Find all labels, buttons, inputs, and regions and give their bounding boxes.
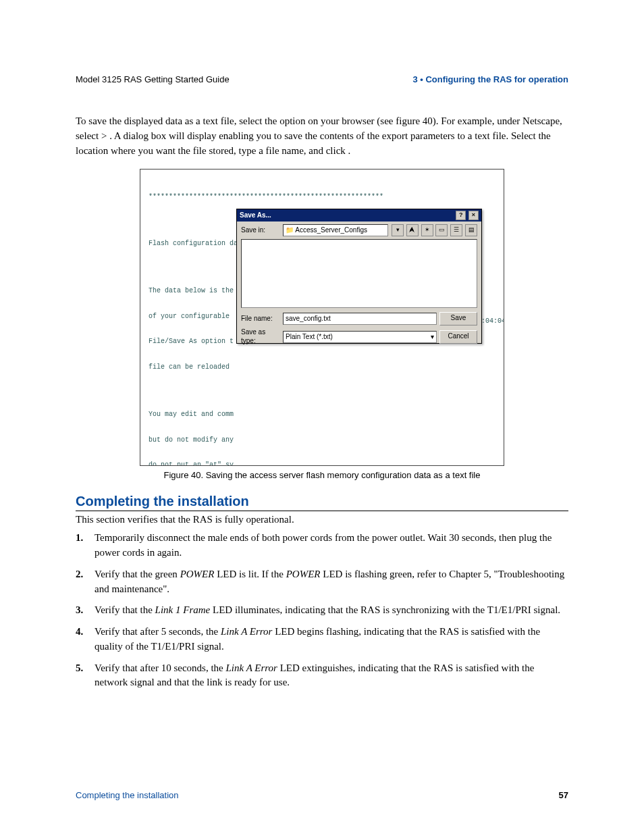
stars: ****************************************… xyxy=(149,193,495,202)
intro-text: . A dialog box will display enabling you… xyxy=(109,130,408,141)
figure-caption: Figure 40. Saving the access server flas… xyxy=(140,470,504,480)
intro-text: . xyxy=(348,145,351,156)
step-text: Verify that after 10 seconds, the xyxy=(95,662,226,673)
footer-section: Completing the installation xyxy=(76,790,178,800)
cancel-button[interactable]: Cancel xyxy=(439,330,477,344)
term: Link A Error xyxy=(226,662,277,673)
step-text: Verify that after 5 seconds, the xyxy=(95,626,221,637)
file-listing[interactable] xyxy=(241,239,477,308)
term: POWER xyxy=(286,569,321,579)
savein-dropdown[interactable]: 📁 Access_Server_Configs xyxy=(283,224,388,236)
config-text: You may edit and comm xyxy=(149,411,495,419)
section-intro: This section verifies that the RAS is fu… xyxy=(76,514,568,525)
section-heading: Completing the installation xyxy=(76,494,568,511)
step-text: Temporarily disconnect the male ends of … xyxy=(95,532,552,558)
saveastype-dropdown[interactable]: Plain Text (*.txt)▾ xyxy=(283,331,437,343)
new-folder-icon[interactable]: ▭ xyxy=(435,224,448,236)
save-button[interactable]: Save xyxy=(439,312,477,325)
saveastype-label: Save as type: xyxy=(241,328,280,345)
help-icon[interactable]: ? xyxy=(456,211,466,220)
menu-sep: > xyxy=(101,130,109,141)
desktop-icon[interactable]: ✶ xyxy=(421,224,433,236)
chevron-down-icon: ▾ xyxy=(431,332,434,342)
filename-input[interactable]: save_config.txt xyxy=(283,313,437,325)
intro-text: To save the displayed data as a text fil… xyxy=(76,115,279,126)
term: Link 1 Frame xyxy=(155,604,211,615)
step-text: Verify that the green xyxy=(95,569,180,579)
doc-title: Model 3125 RAS Getting Started Guide xyxy=(76,74,230,84)
step-text: Verify that the xyxy=(95,604,155,615)
step-item: Verify that after 5 seconds, the Link A … xyxy=(76,625,568,654)
type-value: Plain Text (*.txt) xyxy=(286,332,333,342)
config-text: file can be reloaded xyxy=(149,363,495,372)
intro-text: option on your browser (see figure 40). … xyxy=(279,115,494,126)
savein-label: Save in: xyxy=(241,226,280,235)
list-view-icon[interactable]: ☰ xyxy=(450,224,462,236)
step-item: Verify that after 10 seconds, the Link A… xyxy=(76,661,568,691)
config-export-window: ****************************************… xyxy=(140,169,504,466)
term: Link A Error xyxy=(221,626,272,637)
step-item: Verify that the Link 1 Frame LED illumin… xyxy=(76,603,568,618)
page-number: 57 xyxy=(559,790,568,800)
savein-value: Access_Server_Configs xyxy=(295,226,367,234)
dialog-title: Save As... xyxy=(240,211,271,220)
chapter-title: 3 • Configuring the RAS for operation xyxy=(412,74,568,84)
term: POWER xyxy=(180,569,215,579)
config-frag: :04:04:04:04 xyxy=(481,317,504,326)
filename-label: File name: xyxy=(241,315,280,323)
step-text: LED illuminates, indicating that the RAS… xyxy=(210,604,560,615)
up-folder-icon[interactable]: ⮝ xyxy=(406,224,419,236)
config-text: but do not modify any xyxy=(149,436,495,445)
step-item: Verify that the green POWER LED is lit. … xyxy=(76,567,568,597)
step-item: Temporarily disconnect the male ends of … xyxy=(76,531,568,561)
dropdown-icon[interactable]: ▾ xyxy=(392,224,404,236)
intro-paragraph: To save the displayed data as a text fil… xyxy=(76,114,568,158)
config-text: do not put an "at" sy xyxy=(149,461,495,466)
step-text: LED is lit. If the xyxy=(214,569,286,579)
close-icon[interactable]: × xyxy=(468,211,479,220)
detail-view-icon[interactable]: ▤ xyxy=(465,224,477,236)
save-as-dialog: Save As... ? × Save in: 📁 Access_Server_… xyxy=(236,209,482,344)
